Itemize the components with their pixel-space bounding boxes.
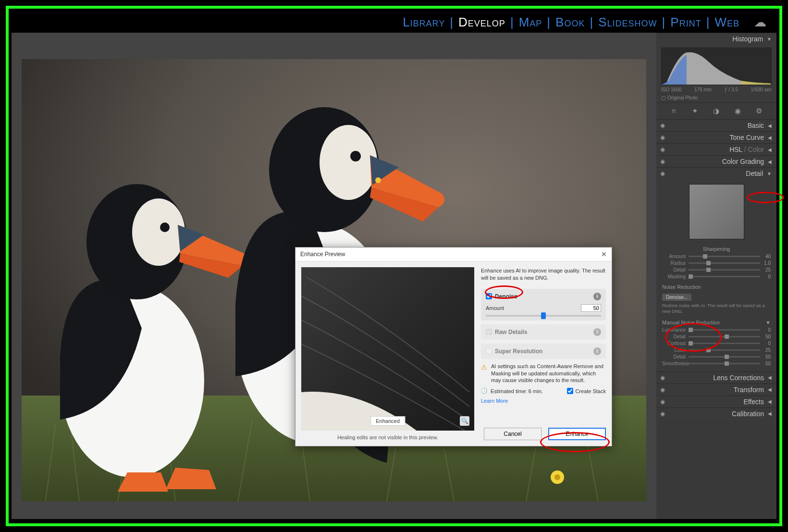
denoise-desc: Reduce noise with AI. The result will be…: [662, 303, 771, 315]
create-stack-checkbox[interactable]: [567, 388, 573, 394]
develop-right-panel: Histogram ▼ ISO 1600 175 mm ƒ / 3.5 1/50…: [656, 33, 776, 519]
eye-icon[interactable]: ◉: [660, 158, 665, 165]
eye-icon[interactable]: ◉: [660, 374, 665, 381]
denoise-checkbox[interactable]: [486, 293, 492, 299]
chevron-down-icon: ▼: [765, 320, 771, 325]
module-print[interactable]: Print: [666, 15, 705, 30]
sharpen-radius-slider[interactable]: Radius1.0: [662, 260, 771, 266]
learn-more-link[interactable]: Learn More: [481, 398, 606, 404]
enhance-description: Enhance uses AI to improve image quality…: [481, 267, 606, 282]
super-resolution-block: Super Resolution i: [481, 344, 606, 359]
settings-tool-icon[interactable]: ⚙: [754, 107, 764, 115]
nr-lum-contrast-slider[interactable]: Contrast0: [662, 341, 771, 346]
eye-icon[interactable]: ◉: [660, 122, 665, 129]
dialog-title-text: Enhance Preview: [300, 251, 345, 258]
chevron-down-icon: ▼: [767, 171, 772, 176]
svg-point-17: [160, 223, 170, 232]
sharpen-amount-slider[interactable]: Amount40: [662, 254, 771, 259]
amount-slider[interactable]: [486, 315, 601, 317]
noise-reduction-head: Noise Reduction: [662, 284, 771, 290]
close-icon[interactable]: ✕: [601, 250, 607, 258]
panel-hsl[interactable]: ◉HSL / Color◀: [656, 143, 776, 155]
healing-note: Healing edits are not visible in this pr…: [301, 434, 474, 440]
original-photo-toggle[interactable]: ▢ Original Photo: [661, 95, 772, 100]
module-library[interactable]: Library: [399, 15, 449, 30]
super-resolution-checkbox: [486, 348, 492, 354]
denoise-button[interactable]: Denoise...: [662, 294, 691, 301]
svg-point-22: [375, 177, 381, 183]
sharpening-head: Sharpening: [662, 246, 771, 252]
mask-tool-icon[interactable]: ◑: [711, 107, 722, 115]
eye-icon[interactable]: ◉: [660, 386, 665, 393]
cancel-button[interactable]: Cancel: [484, 428, 542, 440]
square-icon: ▢: [661, 95, 665, 100]
module-develop[interactable]: Develop: [455, 15, 509, 30]
eye-icon[interactable]: ◉: [660, 170, 665, 177]
amount-input[interactable]: [581, 304, 601, 312]
sharpen-detail-slider[interactable]: Detail25: [662, 267, 771, 272]
panel-calibration[interactable]: ◉Calibration◀: [656, 408, 776, 420]
eye-icon[interactable]: ◉: [660, 410, 665, 417]
panel-tone-curve[interactable]: ◉Tone Curve◀: [656, 131, 776, 143]
module-slideshow[interactable]: Slideshow: [594, 15, 661, 30]
sharpen-masking-slider[interactable]: Masking0: [662, 274, 771, 279]
clock-icon: 🕓: [481, 388, 488, 394]
module-picker: Library| Develop| Map| Book| Slideshow| …: [12, 12, 776, 33]
crop-tool-icon[interactable]: ⌗: [668, 107, 679, 115]
chevron-left-icon: ◀: [768, 375, 772, 380]
enhance-dialog: Enhance Preview ✕: [295, 247, 612, 446]
enhance-preview-image[interactable]: Enhanced 🔍: [301, 267, 474, 431]
enhance-button[interactable]: Enhance: [548, 428, 606, 440]
histogram-header[interactable]: Histogram ▼: [656, 33, 776, 45]
panel-effects[interactable]: ◉Effects◀: [656, 396, 776, 408]
panel-transform[interactable]: ◉Transform◀: [656, 384, 776, 396]
chevron-left-icon: ◀: [768, 411, 772, 416]
info-icon[interactable]: i: [593, 347, 601, 355]
panel-detail[interactable]: ◉Detail▼: [656, 167, 776, 179]
chevron-left-icon: ◀: [768, 135, 772, 140]
detail-preview-thumb[interactable]: [689, 184, 744, 239]
denoise-block: Denoise i Amount: [481, 289, 606, 321]
panel-basic[interactable]: ◉Basic◀: [656, 119, 776, 131]
chevron-left-icon: ◀: [768, 387, 772, 392]
info-icon[interactable]: i: [593, 293, 601, 300]
detail-panel-body: Sharpening Amount40 Radius1.0 Detail25 M…: [656, 179, 776, 371]
histogram-block: ISO 1600 175 mm ƒ / 3.5 1/500 sec ▢ Orig…: [656, 45, 776, 102]
super-resolution-label: Super Resolution: [495, 348, 542, 355]
info-icon[interactable]: i: [593, 328, 601, 336]
heal-tool-icon[interactable]: ✦: [690, 107, 701, 115]
redeye-tool-icon[interactable]: ◉: [732, 107, 743, 115]
nr-smoothness-slider[interactable]: Smoothness50: [662, 361, 771, 366]
eye-icon[interactable]: ◉: [660, 398, 665, 405]
raw-details-label: Raw Details: [495, 329, 527, 335]
module-map[interactable]: Map: [515, 15, 546, 30]
svg-point-20: [320, 125, 377, 200]
ai-settings-note: ⚠ AI settings such as Content-Aware Remo…: [481, 363, 606, 384]
nr-col-detail-slider[interactable]: Detail50: [662, 354, 771, 359]
cloud-sync-icon[interactable]: ☁: [750, 15, 771, 30]
module-book[interactable]: Book: [552, 15, 589, 30]
eye-icon[interactable]: ◉: [660, 134, 665, 141]
nr-lum-detail-slider[interactable]: Detail50: [662, 334, 771, 339]
nr-luminance-slider[interactable]: Luminance0: [662, 327, 771, 333]
module-web[interactable]: Web: [711, 15, 743, 30]
chevron-left-icon: ◀: [768, 159, 772, 164]
histogram-graph[interactable]: [661, 48, 772, 85]
svg-point-13: [554, 474, 560, 480]
panel-color-grading[interactable]: ◉Color Grading◀: [656, 155, 776, 167]
raw-details-block: Raw Details i: [481, 324, 606, 340]
tool-strip: ⌗ ✦ ◑ ◉ ⚙: [656, 102, 776, 119]
zoom-icon[interactable]: 🔍: [460, 416, 469, 426]
chevron-left-icon: ◀: [768, 147, 772, 152]
panel-lens-corrections[interactable]: ◉Lens Corrections◀: [656, 371, 776, 384]
enhanced-badge: Enhanced: [370, 416, 405, 426]
denoise-label: Denoise: [495, 293, 517, 300]
histo-shutter: 1/500 sec: [751, 87, 772, 92]
manual-nr-head[interactable]: Manual Noise Reduction▼: [662, 320, 771, 325]
amount-label: Amount: [486, 305, 504, 311]
svg-point-21: [350, 151, 361, 161]
nr-color-slider[interactable]: Color25: [662, 347, 771, 353]
eye-icon[interactable]: ◉: [660, 146, 665, 153]
histo-focal: 175 mm: [694, 87, 712, 92]
dialog-titlebar[interactable]: Enhance Preview ✕: [296, 247, 612, 261]
